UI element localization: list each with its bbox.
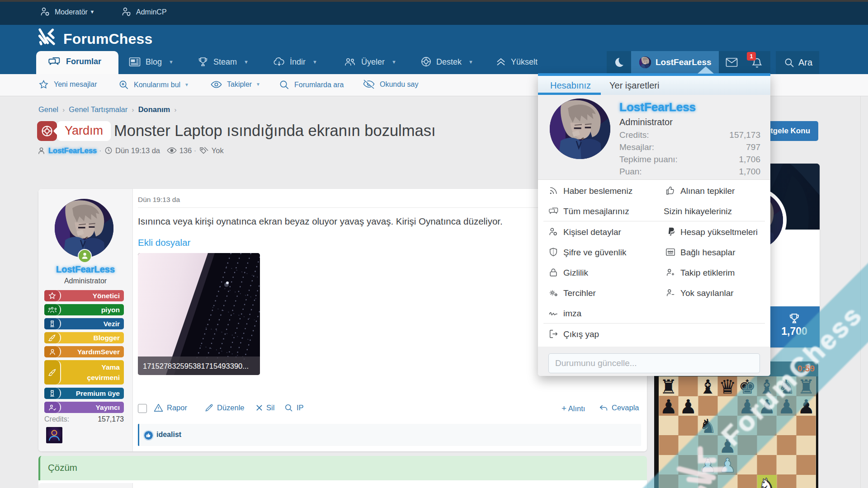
svg-text:171527832595381715493390...: 171527832595381715493390... [143, 362, 249, 370]
